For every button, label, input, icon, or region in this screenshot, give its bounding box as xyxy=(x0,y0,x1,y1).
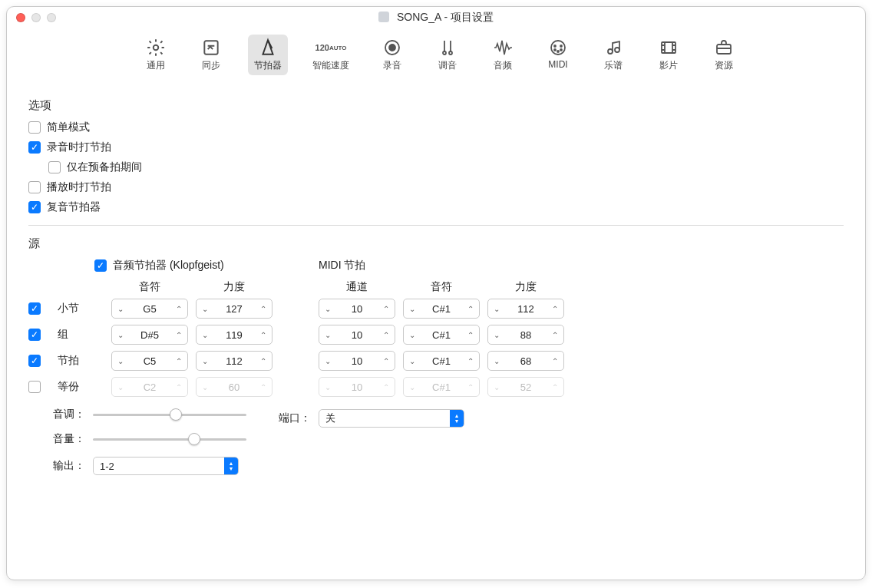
stepper-group-mvel[interactable]: ⌄88⌃ xyxy=(487,325,564,345)
chevron-up-icon[interactable]: ⌃ xyxy=(173,305,184,313)
tab-record[interactable]: 录音 xyxy=(374,35,411,75)
tab-audio[interactable]: 音频 xyxy=(484,35,521,75)
tab-general[interactable]: 通用 xyxy=(137,35,174,75)
chevron-down-icon[interactable]: ⌄ xyxy=(407,357,418,365)
checkbox-click-recording[interactable] xyxy=(28,141,41,154)
chevron-up-icon[interactable]: ⌃ xyxy=(381,331,391,339)
chevron-up-icon[interactable]: ⌃ xyxy=(173,331,184,339)
tab-assets[interactable]: 资源 xyxy=(705,35,742,75)
chevron-up-icon[interactable]: ⌃ xyxy=(465,383,476,391)
checkbox-click-playing[interactable] xyxy=(28,181,41,193)
tab-label: 影片 xyxy=(659,59,678,72)
chevron-down-icon[interactable]: ⌄ xyxy=(407,383,418,391)
stepper-beat-note[interactable]: ⌄C5⌃ xyxy=(111,351,188,371)
checkbox-only-countin[interactable] xyxy=(48,161,61,173)
tab-label: 节拍器 xyxy=(254,59,282,72)
slider-pitch[interactable] xyxy=(93,408,246,421)
chevron-up-icon[interactable]: ⌃ xyxy=(258,383,269,391)
chevron-down-icon[interactable]: ⌄ xyxy=(322,305,333,313)
chevron-up-icon[interactable]: ⌃ xyxy=(173,357,184,365)
tab-metronome[interactable]: 节拍器 xyxy=(248,35,288,75)
chevron-down-icon[interactable]: ⌄ xyxy=(115,357,126,365)
stepper-group-note[interactable]: ⌄D#5⌃ xyxy=(111,325,188,345)
label-pitch: 音调： xyxy=(47,408,85,421)
stepper-div-vel[interactable]: ⌄60⌃ xyxy=(196,377,272,397)
chevron-up-icon[interactable]: ⌃ xyxy=(465,305,476,313)
chevron-up-icon[interactable]: ⌃ xyxy=(381,305,391,313)
stepper-beat-vel[interactable]: ⌄112⌃ xyxy=(196,351,272,371)
stepper-bar-mnote[interactable]: ⌄C#1⌃ xyxy=(403,299,480,319)
stepper-bar-chan[interactable]: ⌄10⌃ xyxy=(319,299,395,319)
stepper-beat-mvel[interactable]: ⌄68⌃ xyxy=(487,351,564,371)
stepper-beat-chan[interactable]: ⌄10⌃ xyxy=(319,351,395,371)
tab-movie[interactable]: 影片 xyxy=(650,35,687,75)
chevron-up-icon[interactable]: ⌃ xyxy=(381,383,391,391)
chevron-down-icon[interactable]: ⌄ xyxy=(322,383,333,391)
chevron-down-icon[interactable]: ⌄ xyxy=(491,305,502,313)
stepper-bar-mvel[interactable]: ⌄112⌃ xyxy=(487,299,564,319)
divider xyxy=(28,225,844,226)
chevron-up-icon[interactable]: ⌃ xyxy=(258,357,269,365)
score-icon xyxy=(604,38,623,58)
stepper-div-chan[interactable]: ⌄10⌃ xyxy=(319,377,395,397)
label-click-playing: 播放时打节拍 xyxy=(47,180,111,194)
stepper-group-vel[interactable]: ⌄119⌃ xyxy=(196,325,272,345)
chevron-up-icon[interactable]: ⌃ xyxy=(550,331,560,339)
chevron-down-icon[interactable]: ⌄ xyxy=(200,305,210,313)
sync-icon xyxy=(201,38,221,58)
tab-midi[interactable]: MIDI xyxy=(540,35,576,75)
select-port[interactable]: 关 ▴▾ xyxy=(319,409,464,428)
stepper-bar-vel[interactable]: ⌄127⌃ xyxy=(196,299,272,319)
stepper-beat-mnote[interactable]: ⌄C#1⌃ xyxy=(403,351,480,371)
stepper-group-mnote[interactable]: ⌄C#1⌃ xyxy=(403,325,480,345)
chevron-down-icon[interactable]: ⌄ xyxy=(322,331,333,339)
slider-volume[interactable] xyxy=(93,432,246,446)
tab-score[interactable]: 乐谱 xyxy=(595,35,632,75)
stepper-div-mvel[interactable]: ⌄52⌃ xyxy=(487,377,564,397)
svg-point-9 xyxy=(554,49,556,51)
chevron-up-icon[interactable]: ⌃ xyxy=(550,305,560,313)
tab-smart-tempo[interactable]: 120AUTO 智能速度 xyxy=(306,35,355,75)
chevron-down-icon[interactable]: ⌄ xyxy=(115,383,126,391)
chevron-up-icon[interactable]: ⌃ xyxy=(465,331,476,339)
chevron-up-icon[interactable]: ⌃ xyxy=(258,331,269,339)
chevron-down-icon[interactable]: ⌄ xyxy=(200,383,210,391)
label-port: 端口： xyxy=(272,411,311,425)
chevron-down-icon[interactable]: ⌄ xyxy=(491,383,502,391)
tab-label: 通用 xyxy=(147,59,165,72)
tab-tuning[interactable]: 调音 xyxy=(429,35,466,75)
chevron-down-icon[interactable]: ⌄ xyxy=(322,357,333,365)
chevron-up-icon[interactable]: ⌃ xyxy=(258,305,269,313)
tab-label: 调音 xyxy=(438,59,457,72)
stepper-group-chan[interactable]: ⌄10⌃ xyxy=(319,325,395,345)
tab-sync[interactable]: 同步 xyxy=(193,35,230,75)
chevron-down-icon[interactable]: ⌄ xyxy=(115,331,126,339)
stepper-div-mnote[interactable]: ⌄C#1⌃ xyxy=(403,377,480,397)
checkbox-simple-mode[interactable] xyxy=(28,121,41,134)
stepper-bar-note[interactable]: ⌄G5⌃ xyxy=(111,299,188,319)
checkbox-row-group[interactable] xyxy=(28,329,41,341)
chevron-down-icon[interactable]: ⌄ xyxy=(407,331,418,339)
select-output[interactable]: 1-2 ▴▾ xyxy=(93,457,239,475)
chevron-down-icon[interactable]: ⌄ xyxy=(200,331,210,339)
checkbox-row-bar[interactable] xyxy=(28,302,41,315)
audio-icon xyxy=(493,38,513,58)
chevron-down-icon[interactable]: ⌄ xyxy=(491,357,502,365)
checkbox-row-beat[interactable] xyxy=(28,355,41,367)
section-title-options: 选项 xyxy=(28,98,844,113)
chevron-down-icon[interactable]: ⌄ xyxy=(115,305,126,313)
stepper-div-note[interactable]: ⌄C2⌃ xyxy=(111,377,188,397)
svg-point-10 xyxy=(560,49,562,51)
chevron-up-icon[interactable]: ⌃ xyxy=(465,357,476,365)
checkbox-row-div[interactable] xyxy=(28,381,41,393)
tab-label: 乐谱 xyxy=(604,59,623,72)
chevron-up-icon[interactable]: ⌃ xyxy=(550,383,560,391)
chevron-down-icon[interactable]: ⌄ xyxy=(491,331,502,339)
checkbox-audio-click[interactable] xyxy=(94,259,107,272)
checkbox-polyphonic[interactable] xyxy=(28,201,41,213)
chevron-up-icon[interactable]: ⌃ xyxy=(381,357,391,365)
chevron-down-icon[interactable]: ⌄ xyxy=(407,305,418,313)
chevron-down-icon[interactable]: ⌄ xyxy=(200,357,210,365)
chevron-up-icon[interactable]: ⌃ xyxy=(550,357,560,365)
chevron-up-icon[interactable]: ⌃ xyxy=(173,383,184,391)
